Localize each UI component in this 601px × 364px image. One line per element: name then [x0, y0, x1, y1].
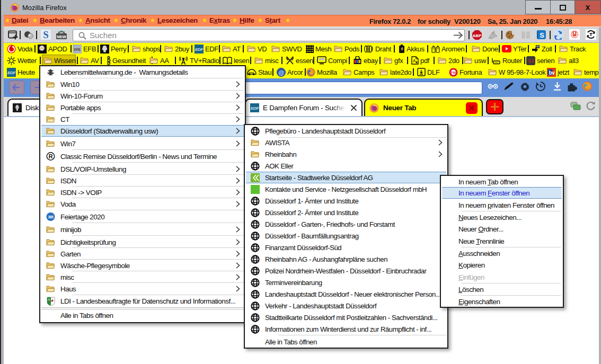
svg-text:365: 365	[48, 215, 54, 219]
svg-text:NEW: NEW	[57, 34, 66, 39]
svg-text:EFB: EFB	[74, 47, 81, 51]
svg-text:ABP: ABP	[473, 33, 482, 38]
svg-text:A: A	[413, 58, 416, 63]
svg-text:S: S	[540, 31, 544, 39]
svg-text:S: S	[43, 30, 49, 40]
svg-text:F95: F95	[451, 71, 456, 74]
svg-text:SJ: SJ	[528, 58, 534, 64]
svg-text:@: @	[278, 69, 284, 75]
svg-text:bv: bv	[549, 70, 555, 76]
svg-text:EDF: EDF	[195, 47, 204, 52]
svg-text:EDF: EDF	[251, 106, 259, 111]
svg-text:EDF: EDF	[7, 70, 16, 75]
svg-text:R: R	[49, 153, 53, 159]
